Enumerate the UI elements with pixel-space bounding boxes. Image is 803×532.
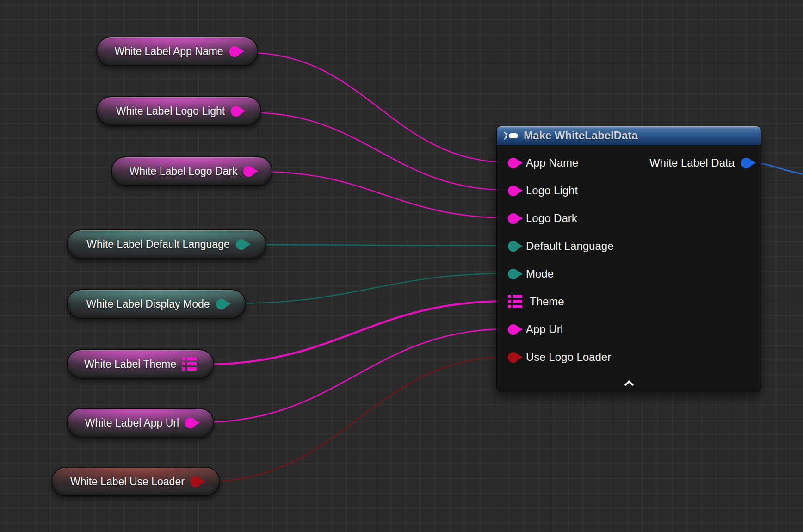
string-pin-icon[interactable] — [508, 213, 519, 224]
variable-node-white-label-logo-dark[interactable]: White Label Logo Dark — [111, 156, 272, 186]
wire-use-loader[interactable] — [207, 357, 509, 482]
variable-node-white-label-use-loader[interactable]: White Label Use Loader — [51, 467, 220, 496]
wire-default-language[interactable] — [254, 245, 509, 246]
wire-logo-dark[interactable] — [260, 172, 509, 218]
variable-label: White Label Use Loader — [70, 476, 185, 488]
variable-node-white-label-logo-light[interactable]: White Label Logo Light — [96, 96, 261, 126]
enum-pin-icon[interactable] — [236, 239, 247, 250]
variable-label: White Label Display Mode — [86, 298, 210, 310]
make-struct-icon: ↘↗ — [503, 131, 518, 140]
pin-label: App Name — [526, 156, 578, 169]
string-pin-icon[interactable] — [231, 106, 241, 117]
pin-label: Theme — [530, 295, 564, 308]
bool-pin-icon[interactable] — [191, 476, 201, 487]
variable-label: White Label Theme — [84, 358, 176, 371]
variable-node-white-label-theme[interactable]: White Label Theme — [67, 349, 214, 379]
input-row-logo-dark: Logo Dark — [508, 204, 761, 232]
variable-node-white-label-default-language[interactable]: White Label Default Language — [67, 229, 266, 259]
node-header[interactable]: ↘↗ Make WhiteLabelData — [497, 126, 761, 145]
string-pin-icon[interactable] — [243, 166, 254, 177]
bool-pin-icon[interactable] — [508, 352, 519, 363]
output-struct-pin-icon[interactable] — [741, 158, 752, 168]
variable-node-white-label-app-url[interactable]: White Label App Url — [67, 408, 214, 438]
wire-display-mode[interactable] — [234, 273, 509, 303]
pin-label: Default Language — [526, 240, 614, 253]
pin-label: App Url — [526, 323, 563, 336]
string-pin-icon[interactable] — [508, 158, 519, 168]
input-row-use-logo-loader: Use Logo Loader — [508, 343, 761, 371]
input-row-app-url: App Url — [508, 315, 761, 343]
blueprint-graph-canvas[interactable]: White Label App Name White Label Logo Li… — [0, 0, 803, 532]
pin-label: Mode — [526, 267, 554, 280]
node-title: Make WhiteLabelData — [524, 129, 638, 142]
variable-label: White Label App Url — [85, 417, 179, 429]
enum-pin-icon[interactable] — [216, 299, 227, 309]
node-input-pins: App Name Logo Light Logo Dark Default La… — [497, 145, 761, 371]
string-pin-icon[interactable] — [508, 324, 519, 335]
struct-pin-icon[interactable] — [182, 357, 197, 371]
input-row-logo-light: Logo Light — [508, 177, 761, 204]
input-row-theme: Theme — [508, 288, 761, 315]
variable-label: White Label Default Language — [86, 238, 229, 251]
collapse-node-button[interactable] — [620, 379, 638, 389]
chevron-up-icon — [624, 380, 635, 386]
input-row-mode: Mode — [508, 260, 761, 288]
pin-label: Logo Dark — [526, 212, 577, 225]
pin-label: Use Logo Loader — [526, 351, 611, 364]
output-row-white-label-data: White Label Data — [649, 149, 752, 177]
variable-node-white-label-app-name[interactable]: White Label App Name — [96, 37, 258, 66]
string-pin-icon[interactable] — [185, 418, 196, 428]
variable-label: White Label Logo Dark — [130, 165, 238, 178]
make-whitelabeldata-node[interactable]: ↘↗ Make WhiteLabelData App Name Logo Lig… — [496, 126, 761, 392]
wire-app-url[interactable] — [202, 329, 509, 422]
variable-node-white-label-display-mode[interactable]: White Label Display Mode — [67, 289, 246, 319]
input-row-default-language: Default Language — [508, 232, 761, 260]
string-pin-icon[interactable] — [229, 46, 240, 57]
pin-label: Logo Light — [526, 184, 578, 197]
string-pin-icon[interactable] — [508, 186, 519, 196]
enum-pin-icon[interactable] — [508, 241, 519, 252]
wire-logo-light[interactable] — [249, 112, 509, 190]
enum-pin-icon[interactable] — [508, 269, 519, 279]
pin-label: White Label Data — [649, 156, 735, 169]
variable-label: White Label Logo Light — [116, 105, 225, 118]
struct-pin-icon[interactable] — [508, 295, 522, 309]
wire-app-name[interactable] — [248, 53, 509, 162]
variable-label: White Label App Name — [114, 45, 223, 58]
